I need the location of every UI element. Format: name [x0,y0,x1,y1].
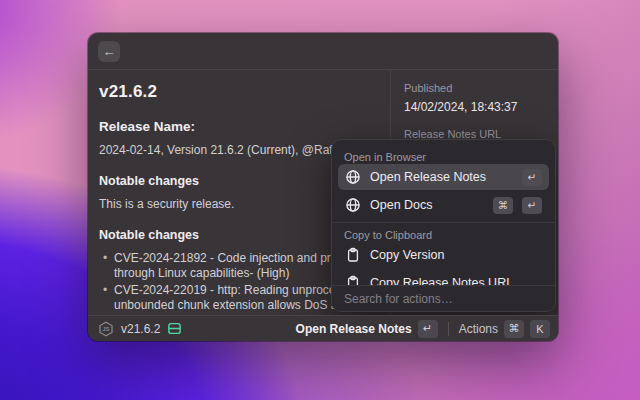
actions-overlay: Open in Browser Open Release Notes ↵ O [331,139,556,312]
primary-action-label[interactable]: Open Release Notes [296,322,412,336]
published-value: 14/02/2024, 18:43:37 [404,100,548,114]
divider [448,322,449,336]
action-section-title: Open in Browser [332,146,555,164]
globe-icon [345,197,361,213]
actions-menu-button[interactable]: Actions [459,322,498,336]
desktop-wallpaper: ← v21.6.2 Release Name: 2024-02-14, Vers… [0,0,640,400]
globe-icon [345,169,361,185]
window-header: ← [88,33,558,70]
app-window: ← v21.6.2 Release Name: 2024-02-14, Vers… [88,33,558,341]
action-search-input[interactable] [344,292,543,306]
status-version: v21.6.2 [121,322,160,336]
action-open-release-notes[interactable]: Open Release Notes ↵ [338,164,549,190]
action-open-docs[interactable]: Open Docs ⌘ ↵ [338,192,549,218]
action-label: Copy Version [370,248,444,262]
published-label: Published [404,82,548,94]
versions-icon[interactable] [167,321,182,336]
action-section-title: Copy to Clipboard [332,224,555,242]
command-key-icon: ⌘ [504,320,524,338]
nodejs-hexagon-icon: JS [98,321,114,337]
action-label: Open Docs [370,198,433,212]
back-button[interactable]: ← [98,41,120,62]
release-name-heading: Release Name: [99,119,390,134]
svg-text:JS: JS [103,326,110,332]
action-copy-version[interactable]: Copy Version [338,242,549,268]
action-label: Open Release Notes [370,170,486,184]
return-key-icon: ↵ [522,169,542,186]
return-key-icon: ↵ [522,197,542,214]
divider [332,222,555,223]
return-key-icon: ↵ [418,320,438,338]
k-key-icon: K [530,320,550,338]
action-search-bar [332,285,555,311]
status-bar: JS v21.6.2 Open Release Notes ↵ Actions … [88,315,558,341]
clipboard-icon [345,247,361,263]
back-icon: ← [103,44,116,59]
page-title: v21.6.2 [99,82,390,102]
command-key-icon: ⌘ [493,197,513,214]
